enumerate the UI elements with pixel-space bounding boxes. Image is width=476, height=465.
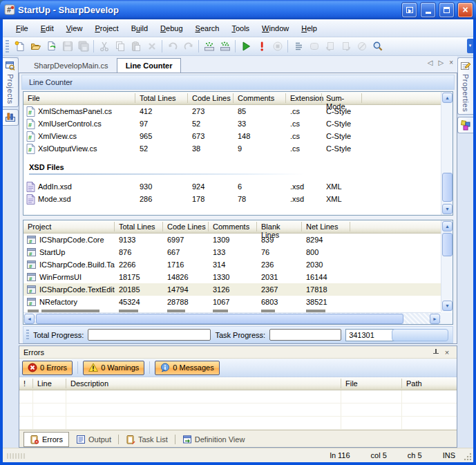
- tab-sharpdevelopmain[interactable]: SharpDevelopMain.cs: [26, 59, 117, 73]
- column-header-comments[interactable]: Comments: [209, 220, 257, 233]
- maximize-button[interactable]: [439, 3, 454, 17]
- search-button[interactable]: [370, 39, 385, 54]
- close-button[interactable]: ×: [458, 3, 473, 17]
- sidebar-tab-classes[interactable]: [457, 117, 473, 133]
- reload-file-button[interactable]: [44, 39, 59, 54]
- table-row[interactable]: #XmlUserControl.cs 97 52 33 .cs C-Style: [23, 117, 441, 130]
- menu-view[interactable]: View: [60, 21, 89, 36]
- column-header-file[interactable]: File: [23, 92, 135, 104]
- menu-project[interactable]: Project: [88, 21, 124, 36]
- column-header-code-lines[interactable]: Code Lines: [163, 220, 209, 233]
- goto-previous-button[interactable]: [322, 39, 338, 54]
- column-header-blank-lines[interactable]: Blank Lines: [257, 220, 302, 233]
- goto-next-button[interactable]: [338, 39, 354, 54]
- sidebar-tab-tools[interactable]: [3, 109, 19, 126]
- errors-panel-titlebar[interactable]: Errors ×: [19, 346, 457, 359]
- browse-button[interactable]: [354, 39, 370, 54]
- title-bar[interactable]: # StartUp - SharpDevelop ×: [0, 0, 476, 19]
- table-row[interactable]: #XmlSchemasPanel.cs 412 273 85 .cs C-Sty…: [23, 105, 441, 117]
- column-header-sum-mode[interactable]: Sum-Mode: [322, 92, 362, 104]
- messages-filter-button[interactable]: 0 Messages: [155, 361, 219, 375]
- scrollbar-thumb[interactable]: [442, 233, 453, 256]
- cut-button[interactable]: [96, 39, 112, 54]
- scrollbar-thumb[interactable]: [36, 314, 403, 324]
- scroll-up-icon[interactable]: ▲: [442, 221, 453, 231]
- toolbar-overflow-button[interactable]: ▾: [467, 39, 473, 53]
- column-header-extension[interactable]: Extension: [286, 92, 322, 104]
- column-header-severity[interactable]: !: [19, 377, 33, 390]
- scroll-down-icon[interactable]: ▼: [442, 204, 453, 214]
- stop-button[interactable]: [269, 39, 285, 54]
- sidebar-tab-projects[interactable]: Projects: [3, 57, 19, 107]
- bookmarks-button[interactable]: [290, 39, 306, 54]
- column-header-project[interactable]: Project: [23, 220, 115, 233]
- menu-tools[interactable]: Tools: [225, 21, 256, 36]
- save-all-button[interactable]: [75, 39, 91, 54]
- table-row[interactable]: #ICSharpCode.Build.Tasks 2266 1716 314 2…: [23, 258, 441, 271]
- tab-definition-view[interactable]: Definition View: [177, 433, 251, 446]
- table-row[interactable]: #NRefactory 45324 28788 1067 6803 38521: [23, 296, 441, 308]
- table-row[interactable]: Mode.xsd 286 178 78 .xsd XML: [23, 193, 441, 205]
- warnings-filter-button[interactable]: 0 Warnings: [83, 361, 144, 375]
- table-row[interactable]: #StartUp 876 667 133 76 800: [23, 246, 441, 258]
- save-file-button[interactable]: [59, 39, 75, 54]
- tab-errors[interactable]: Errors: [23, 432, 69, 447]
- column-header-line[interactable]: Line: [33, 377, 66, 390]
- menu-window[interactable]: Window: [256, 21, 295, 36]
- abort-button[interactable]: [254, 39, 269, 54]
- column-header-total-lines[interactable]: Total Lines: [115, 220, 163, 233]
- progress-toolbar-grip[interactable]: [26, 330, 29, 341]
- menu-build[interactable]: Build: [125, 21, 154, 36]
- delete-button[interactable]: [144, 39, 160, 54]
- column-header-file[interactable]: File: [341, 377, 402, 390]
- paste-button[interactable]: [128, 39, 144, 54]
- scroll-down-icon[interactable]: ▼: [442, 301, 453, 311]
- region-button[interactable]: [306, 39, 322, 54]
- column-header-description[interactable]: Description: [66, 377, 341, 390]
- column-header-comments[interactable]: Comments: [234, 92, 286, 104]
- redo-button[interactable]: [180, 39, 196, 54]
- tab-scroll-right-icon[interactable]: ▷: [438, 59, 444, 66]
- tab-scroll-left-icon[interactable]: ◁: [428, 59, 433, 66]
- scroll-left-icon[interactable]: ◄: [24, 314, 35, 324]
- tab-output[interactable]: Output: [70, 433, 117, 446]
- files-vertical-scrollbar[interactable]: ▲ ▼: [441, 92, 453, 215]
- table-row[interactable]: #WinFormsUI 18175 14826 1330 2031 16144: [23, 271, 441, 283]
- menu-debug[interactable]: Debug: [154, 21, 189, 36]
- table-row[interactable]: #XmlView.cs 965 673 148 .cs C-Style: [23, 130, 441, 142]
- resize-grip[interactable]: [464, 453, 472, 461]
- copy-button[interactable]: [112, 39, 128, 54]
- table-row[interactable]: #XslOutputView.cs 52 38 9 .cs C-Style: [23, 142, 441, 155]
- new-file-button[interactable]: [12, 39, 28, 54]
- tab-close-icon[interactable]: ×: [449, 59, 453, 66]
- tab-line-counter[interactable]: Line Counter: [117, 58, 182, 73]
- errors-close-button[interactable]: ×: [441, 348, 453, 357]
- minimize-button[interactable]: [421, 3, 435, 17]
- projects-horizontal-scrollbar[interactable]: ◄ ►: [23, 312, 441, 324]
- menu-edit[interactable]: Edit: [35, 21, 60, 36]
- open-file-button[interactable]: [28, 39, 44, 54]
- table-row[interactable]: #ICSharpCode.Core 9133 6997 1309 839 829…: [23, 234, 441, 246]
- table-row[interactable]: AddIn.xsd 930 924 6 .xsd XML: [23, 180, 441, 193]
- column-header-total-lines[interactable]: Total Lines: [135, 92, 188, 104]
- toolbar-grip[interactable]: [6, 40, 9, 53]
- undock-button[interactable]: [402, 3, 417, 17]
- sidebar-tab-properties[interactable]: Properties: [457, 57, 473, 115]
- scroll-up-icon[interactable]: ▲: [442, 93, 453, 103]
- scrollbar-thumb[interactable]: [442, 173, 453, 202]
- undo-button[interactable]: [164, 39, 180, 54]
- pin-button[interactable]: [430, 348, 441, 357]
- rebuild-button[interactable]: [217, 39, 233, 54]
- column-header-path[interactable]: Path: [402, 377, 457, 390]
- tab-task-list[interactable]: Task List: [120, 433, 173, 446]
- projects-vertical-scrollbar[interactable]: ▲ ▼: [441, 220, 453, 312]
- build-button[interactable]: [201, 39, 217, 54]
- menu-search[interactable]: Search: [189, 21, 226, 36]
- scroll-right-icon[interactable]: ►: [430, 314, 440, 324]
- run-button[interactable]: [238, 39, 254, 54]
- column-header-net-lines[interactable]: Net Lines: [302, 220, 350, 233]
- menu-file[interactable]: File: [10, 21, 35, 36]
- menu-help[interactable]: Help: [295, 21, 323, 36]
- column-header-code-lines[interactable]: Code Lines: [188, 92, 234, 104]
- errors-filter-button[interactable]: 0 Errors: [22, 361, 73, 375]
